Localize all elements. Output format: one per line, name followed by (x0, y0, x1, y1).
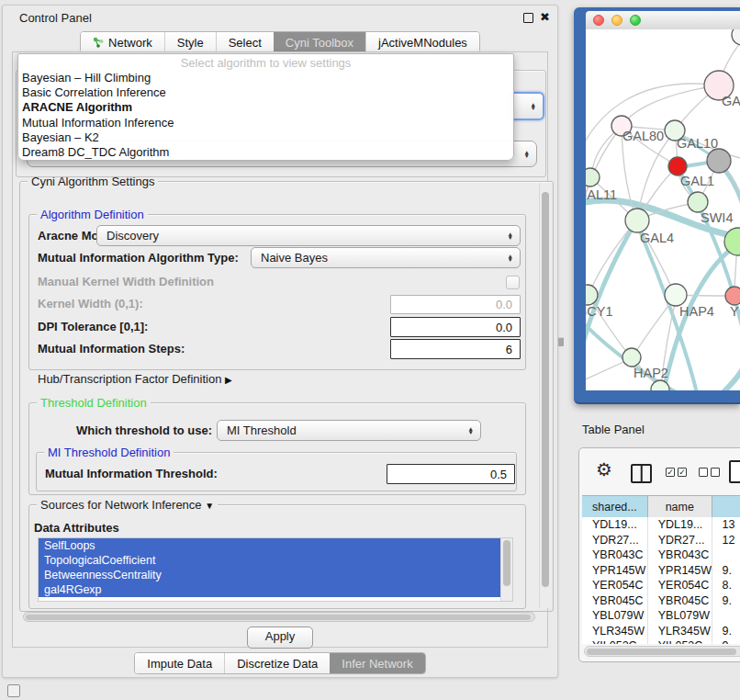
panel-title: Control Panel (19, 11, 92, 25)
close-window-icon[interactable] (593, 15, 604, 26)
threshold-definition-label: Threshold Definition (37, 396, 151, 410)
tab-impute-data[interactable]: Impute Data (135, 653, 224, 673)
network-node-gal11[interactable] (586, 168, 600, 186)
algorithm-option-dream8-dc-tdc-algorithm[interactable]: Dream8 DC_TDC Algorithm (18, 145, 513, 160)
table-row[interactable]: YBR045CYBR045C9. (582, 593, 740, 609)
hub-definition-toggle[interactable]: Hub/Transcription Factor Definition ▶ (38, 369, 232, 390)
table-cell: YDL19... (582, 517, 648, 533)
table-cell (712, 608, 740, 624)
float-window-icon[interactable] (523, 13, 533, 23)
splitter-handle[interactable] (558, 337, 564, 346)
table-row[interactable]: YPR145WYPR145W9. (582, 563, 740, 579)
zoom-window-icon[interactable] (630, 15, 641, 26)
network-node-gal1[interactable] (668, 157, 687, 175)
table-row[interactable]: YBL079WYBL079W (582, 608, 740, 624)
mi-threshold-input[interactable] (387, 464, 515, 484)
settings-vertical-scrollbar-thumb[interactable] (542, 192, 549, 587)
settings-horizontal-scrollbar[interactable] (23, 612, 535, 622)
screen: Control Panel ✖ NetworkStyleSelectCyni T… (0, 0, 740, 700)
column-header-2[interactable] (712, 496, 740, 517)
network-node-hap2[interactable] (622, 348, 641, 367)
attribute-item-betweennesscentrality[interactable]: BetweennessCentrality (39, 568, 500, 582)
algorithm-option-aracne-algorithm[interactable]: ARACNE Algorithm (18, 100, 513, 115)
unchecked-boxes-icon[interactable] (699, 468, 720, 477)
expand-right-icon[interactable]: ▶ (225, 375, 232, 385)
tab-style[interactable]: Style (164, 32, 216, 52)
table-cell: 9. (712, 563, 740, 579)
settings-vertical-scrollbar[interactable] (539, 183, 551, 608)
network-node[interactable] (707, 149, 731, 173)
column-header-name[interactable]: name (648, 496, 712, 517)
node-label-hap4: HAP4 (679, 304, 714, 319)
table-row[interactable]: YLR345WYLR345W9. (582, 624, 740, 639)
mi-type-combobox[interactable]: Naive Bayes ▲▼ (251, 247, 521, 268)
network-node-swi4[interactable] (688, 192, 708, 212)
gear-icon[interactable]: ⚙ (596, 459, 612, 480)
combo-arrows-icon: ▲▼ (508, 254, 513, 261)
table-cell: 9. (712, 593, 740, 609)
node-label-gal10: GAL10 (677, 136, 718, 151)
attribute-item-selfloops[interactable]: SelfLoops (39, 538, 500, 553)
close-icon[interactable]: ✖ (540, 10, 550, 25)
algorithm-selector-popup: Select algorithm to view settings Bayesi… (17, 53, 514, 161)
table-row[interactable]: YDR27...YDR27...12 (582, 533, 740, 548)
collapsed-panel-icon[interactable] (7, 684, 20, 697)
table-row[interactable]: YDL19...YDL19...13 (582, 517, 740, 533)
manual-kernel-checkbox[interactable] (506, 276, 520, 289)
focused-combobox-fragment[interactable]: ▲▼ (510, 92, 544, 120)
table-row[interactable]: YIL052CYIL052C9. (582, 638, 740, 644)
tab-jactivemnodules[interactable]: jActiveMNodules (365, 32, 479, 52)
table-cell: 9. (712, 638, 740, 644)
settings-horizontal-scrollbar-thumb[interactable] (26, 615, 531, 620)
tab-network[interactable]: Network (81, 32, 164, 52)
tab-discretize-data[interactable]: Discretize Data (224, 653, 330, 673)
table-cell: YPR145W (582, 563, 648, 579)
checked-boxes-icon[interactable]: ✓ ✓ (666, 468, 687, 477)
minimize-window-icon[interactable] (611, 15, 622, 26)
node-label-hap2: HAP2 (633, 366, 668, 380)
network-node-gal4[interactable] (625, 209, 649, 232)
tab-infer-network[interactable]: Infer Network (330, 653, 424, 673)
mi-steps-input[interactable] (390, 339, 521, 359)
collapse-down-icon[interactable]: ▼ (205, 501, 214, 511)
dpi-tolerance-input[interactable] (390, 317, 521, 337)
dpi-tolerance-label: DPI Tolerance [0,1]: (38, 317, 148, 337)
table-cell: 13 (712, 517, 740, 533)
table-cell: 9. (712, 624, 740, 639)
network-node-y[interactable] (725, 287, 740, 305)
attributes-scrollbar[interactable] (500, 538, 512, 601)
network-node-hap4[interactable] (665, 284, 687, 306)
tab-label: Cyni Toolbox (286, 36, 353, 50)
algorithm-option-basic-correlation-inference[interactable]: Basic Correlation Inference (18, 85, 513, 100)
table-horizontal-scrollbar-thumb[interactable] (587, 649, 736, 655)
tab-select[interactable]: Select (216, 32, 274, 52)
attribute-item-gal4rgexp[interactable]: gal4RGexp (39, 582, 500, 597)
table-row[interactable]: YBR043CYBR043C (582, 548, 740, 563)
network-node[interactable] (732, 29, 740, 45)
table-row[interactable]: YER054CYER054C8. (582, 578, 740, 593)
kernel-width-input[interactable] (390, 295, 521, 314)
combo-arrows-icon: ▲▼ (468, 426, 474, 434)
table-cell: YBR045C (648, 593, 712, 609)
tab-label: Network (108, 36, 152, 50)
column-header-shared[interactable]: shared... (582, 496, 648, 517)
attribute-item-topologicalcoefficient[interactable]: TopologicalCoefficient (39, 553, 500, 568)
aracne-mode-combobox[interactable]: Discovery ▲▼ (96, 225, 521, 246)
sources-title: Sources for Network Inference (40, 498, 202, 512)
data-attributes-list: SelfLoopsTopologicalCoefficientBetweenne… (38, 537, 513, 602)
table-header-row: shared...name (582, 495, 740, 518)
which-threshold-combobox[interactable]: MI Threshold ▲▼ (217, 420, 481, 441)
algorithm-option-mutual-information-inference[interactable]: Mutual Information Inference (18, 116, 513, 130)
split-columns-icon[interactable] (631, 464, 652, 483)
table-cell: YBR045C (582, 593, 648, 609)
aracne-mode-value: Discovery (107, 229, 159, 243)
attributes-scrollbar-thumb[interactable] (503, 540, 510, 586)
algorithm-option-bayesian-hill-climbing[interactable]: Bayesian – Hill Climbing (18, 71, 513, 85)
table-cell: YLR345W (648, 624, 712, 639)
table-horizontal-scrollbar[interactable] (584, 646, 740, 657)
which-threshold-value: MI Threshold (227, 423, 297, 437)
document-icon[interactable] (729, 460, 740, 483)
apply-button[interactable]: Apply (247, 627, 313, 649)
algorithm-option-bayesian-k2[interactable]: Bayesian – K2 (18, 130, 513, 145)
tab-cyni-toolbox[interactable]: Cyni Toolbox (274, 32, 365, 52)
